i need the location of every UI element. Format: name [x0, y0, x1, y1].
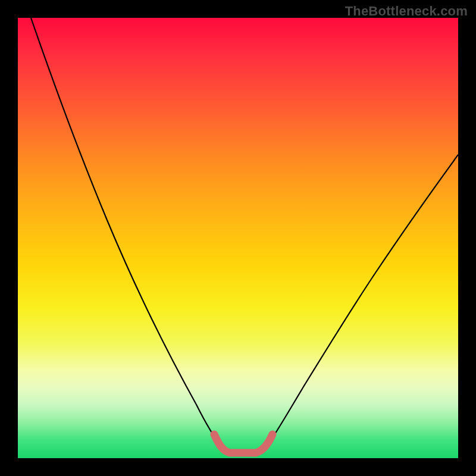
left-branch-curve	[31, 18, 223, 449]
right-branch-curve	[265, 155, 458, 449]
plot-area	[18, 18, 458, 458]
curve-layer	[18, 18, 458, 458]
watermark-text: TheBottleneck.com	[345, 4, 468, 19]
valley-highlight	[214, 434, 273, 453]
chart-frame: TheBottleneck.com	[0, 0, 476, 476]
